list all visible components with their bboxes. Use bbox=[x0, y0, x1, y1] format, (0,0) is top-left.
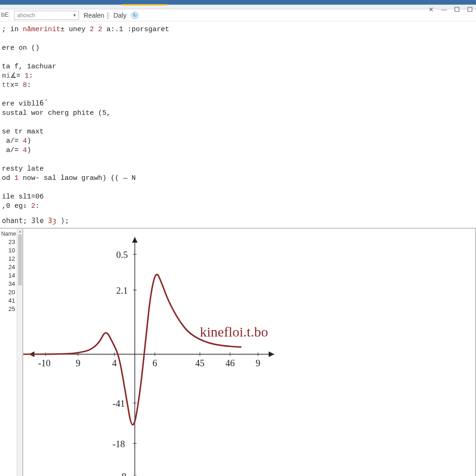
variables-panel: Name 23 10 12 24 14 34 20 41 25 ▴ ▾ bbox=[0, 229, 23, 476]
x-tick: 45 bbox=[195, 358, 205, 369]
search-input[interactable]: ahosch ▾ bbox=[14, 11, 79, 20]
x-tick: 4 bbox=[112, 358, 117, 369]
svg-marker-1 bbox=[269, 351, 274, 357]
active-menu-highlight bbox=[122, 4, 167, 6]
x-tick: 9 bbox=[256, 358, 260, 369]
plot-annotation: kinefloi.t.bo bbox=[200, 324, 268, 340]
output-line: ohant; 3le 3ȝ ); bbox=[0, 216, 476, 228]
list-item[interactable]: 25 bbox=[0, 305, 17, 313]
scrollbar[interactable]: ▴ ▾ bbox=[17, 229, 22, 476]
list-item[interactable]: 14 bbox=[0, 271, 17, 280]
y-tick: -18 bbox=[112, 439, 125, 450]
scroll-up-icon[interactable]: ▴ bbox=[17, 229, 22, 234]
y-tick: 2.1 bbox=[116, 285, 128, 296]
scroll-thumb[interactable] bbox=[18, 234, 22, 285]
refresh-icon[interactable]: ↻ bbox=[131, 12, 139, 19]
y-tick: -41 bbox=[112, 398, 125, 409]
window-controls: ✕ — bbox=[428, 6, 473, 13]
maximize-icon[interactable] bbox=[467, 6, 473, 13]
list-item[interactable]: 23 bbox=[0, 238, 17, 246]
toolbar: bE ahosch ▾ Realen [· Daly ↻ bbox=[0, 9, 476, 21]
panel-corner-label: bE bbox=[1, 9, 9, 21]
list-item[interactable]: 20 bbox=[0, 288, 17, 297]
list-item[interactable]: 41 bbox=[0, 297, 17, 305]
x-tick: 9 bbox=[76, 358, 80, 369]
search-placeholder: ahosch bbox=[17, 12, 35, 19]
window-titlebar bbox=[0, 0, 476, 5]
toolbar-link-realen[interactable]: Realen [· Daly bbox=[84, 12, 126, 19]
list-item[interactable]: 12 bbox=[0, 255, 17, 263]
code-editor[interactable]: ; in nåmerinit± uney 2 2 a:.1 :porsgaret… bbox=[0, 21, 476, 216]
restore-icon[interactable] bbox=[454, 6, 460, 13]
list-item[interactable]: 10 bbox=[0, 246, 17, 255]
y-tick: -8 bbox=[119, 471, 126, 476]
list-item[interactable]: 34 bbox=[0, 280, 17, 288]
plot-pane: -10 9 4 6 45 46 9 0.5 2.1 -41 -18 -8 kin… bbox=[23, 229, 476, 476]
menu-bar bbox=[0, 5, 476, 9]
minimize-icon[interactable]: — bbox=[441, 6, 447, 13]
x-tick: -10 bbox=[38, 358, 51, 369]
x-tick: 46 bbox=[225, 358, 235, 369]
variables-header: Name bbox=[0, 231, 17, 237]
close-icon[interactable]: ✕ bbox=[428, 6, 434, 13]
x-tick: 6 bbox=[152, 358, 157, 369]
chevron-down-icon[interactable]: ▾ bbox=[73, 13, 76, 18]
lower-pane: Name 23 10 12 24 14 34 20 41 25 ▴ ▾ bbox=[0, 228, 476, 476]
plot-svg bbox=[23, 229, 474, 476]
svg-marker-4 bbox=[132, 237, 138, 243]
y-tick: 0.5 bbox=[116, 250, 128, 260]
list-item[interactable]: 24 bbox=[0, 263, 17, 271]
